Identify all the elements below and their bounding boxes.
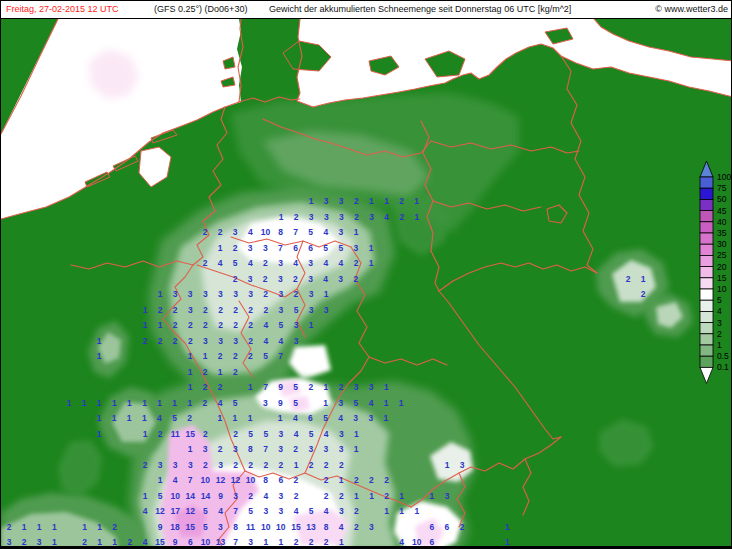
legend-tick-label: 5 [717, 295, 722, 305]
grid-value: 2 [294, 537, 299, 547]
grid-value: 2 [626, 274, 631, 284]
grid-value: 4 [339, 522, 344, 532]
grid-value: 7 [278, 351, 283, 361]
grid-value: 8 [263, 475, 268, 485]
grid-value: 2 [7, 522, 12, 532]
grid-value: 1 [188, 382, 193, 392]
grid-value: 3 [173, 289, 178, 299]
legend-tick-label: 10 [717, 284, 727, 294]
grid-value: 3 [263, 398, 268, 408]
grid-value: 2 [203, 320, 208, 330]
grid-value: 3 [203, 336, 208, 346]
grid-value: 3 [233, 289, 238, 299]
grid-value: 5 [279, 320, 284, 330]
grid-value: 1 [399, 506, 404, 516]
grid-value: 1 [279, 537, 284, 547]
grid-value: 3 [188, 289, 193, 299]
grid-value: 2 [233, 460, 238, 470]
grid-value: 4 [263, 491, 268, 501]
grid-value: 9 [278, 398, 283, 408]
grid-value: 3 [294, 320, 299, 330]
grid-value: 1 [217, 413, 222, 423]
legend-segment [700, 233, 713, 244]
grid-value: 3 [278, 289, 283, 299]
grid-value: 5 [203, 522, 208, 532]
legend-segment [700, 211, 713, 222]
grid-value: 2 [641, 289, 646, 299]
legend-segment [700, 334, 713, 345]
grid-value: 2 [203, 258, 208, 268]
grid-value: 1 [505, 522, 510, 532]
grid-value: 5 [203, 506, 208, 516]
grid-value: 2 [339, 460, 344, 470]
legend-tick-label: 45 [717, 206, 727, 216]
grid-value: 1 [112, 537, 117, 547]
grid-value: 4 [248, 258, 253, 268]
grid-value: 2 [188, 320, 193, 330]
grid-value: 2 [188, 336, 193, 346]
grid-value: 15 [291, 522, 301, 532]
grid-value: 15 [186, 429, 196, 439]
grid-value: 2 [218, 320, 223, 330]
grid-value: 2 [187, 413, 192, 423]
grid-value: 10 [201, 475, 211, 485]
grid-value: 1 [187, 398, 192, 408]
grid-value: 3 [324, 196, 329, 206]
grid-value: 1 [97, 398, 102, 408]
grid-value: 1 [354, 491, 359, 501]
datetime-label: Freitag, 27-02-2015 12 UTC [6, 1, 119, 18]
grid-value: 1 [369, 243, 374, 253]
grid-value: 2 [324, 460, 329, 470]
grid-value: 4 [323, 227, 328, 237]
grid-value: 1 [233, 413, 238, 423]
grid-value: 2 [233, 305, 238, 315]
grid-value: 2 [173, 336, 178, 346]
grid-value: 1 [248, 382, 253, 392]
grid-value: 3 [339, 506, 344, 516]
grid-value: 2 [263, 258, 268, 268]
grid-value: 4 [324, 429, 329, 439]
grid-value: 9 [158, 522, 163, 532]
copyright-label: © www.wetter3.de [655, 1, 728, 18]
grid-value: 8 [248, 444, 253, 454]
grid-value: 1 [339, 475, 344, 485]
grid-value: 3 [369, 212, 374, 222]
weather-map-page: Freitag, 27-02-2015 12 UTC (GFS 0.25°) (… [0, 0, 732, 549]
grid-value: 2 [158, 336, 163, 346]
grid-value: 5 [158, 491, 163, 501]
grid-value: 6 [308, 243, 313, 253]
legend-segment [700, 356, 713, 367]
grid-value: 2 [294, 289, 299, 299]
grid-value: 1 [309, 320, 314, 330]
grid-value: 3 [338, 274, 343, 284]
grid-value: 3 [324, 444, 329, 454]
grid-value: 1 [22, 522, 27, 532]
grid-value: 4 [399, 537, 404, 547]
grid-value: 1 [369, 491, 374, 501]
grid-value: 12 [216, 475, 226, 485]
legend-segment [700, 267, 713, 278]
grid-value: 3 [203, 444, 208, 454]
grid-value: 4 [173, 475, 178, 485]
grid-value: 4 [294, 429, 299, 439]
grid-value: 2 [158, 429, 163, 439]
grid-value: 1 [384, 413, 389, 423]
grid-value: 1 [172, 398, 177, 408]
grid-value: 12 [186, 506, 196, 516]
grid-value: 3 [279, 491, 284, 501]
grid-value: 1 [82, 398, 87, 408]
legend-segment [700, 199, 713, 210]
grid-value: 1 [82, 522, 87, 532]
grid-value: 1 [157, 398, 162, 408]
legend-segment [700, 278, 713, 289]
grid-value: 3 [263, 243, 268, 253]
grid-value: 1 [414, 196, 419, 206]
grid-value: 5 [309, 429, 314, 439]
legend-segment [700, 255, 713, 266]
grid-value: 4 [218, 258, 223, 268]
grid-value: 7 [188, 475, 193, 485]
grid-value: 5 [248, 506, 253, 516]
grid-value: 3 [308, 444, 313, 454]
grid-value: 10 [201, 537, 211, 547]
grid-value: 2 [324, 475, 329, 485]
